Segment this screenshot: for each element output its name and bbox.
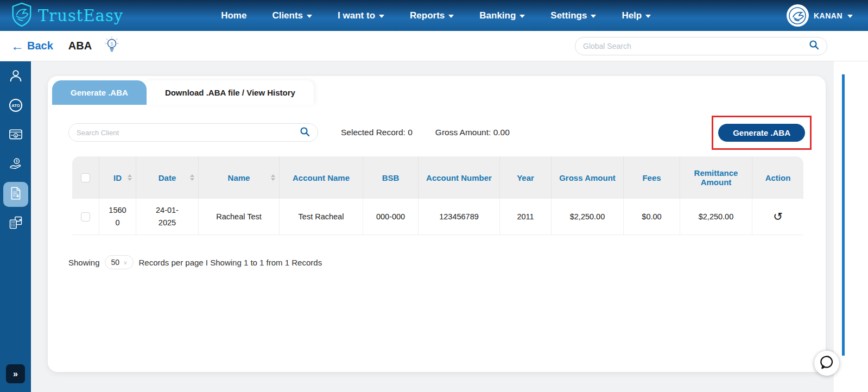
nav-banking[interactable]: Banking — [479, 10, 525, 21]
nav-reports[interactable]: Reports — [410, 10, 454, 21]
header-name[interactable]: Name — [199, 156, 280, 199]
user-icon — [8, 68, 23, 86]
nav-clients[interactable]: Clients — [272, 10, 312, 21]
cell-remittance-amount: $2,250.00 — [680, 199, 752, 235]
user-menu[interactable]: KANAN — [787, 4, 853, 27]
gross-amount-total: Gross Amount: 0.00 — [435, 128, 510, 137]
cell-gross-amount: $2,250.00 — [552, 199, 624, 235]
svg-text:$: $ — [15, 159, 17, 163]
tip-bulb-icon[interactable]: $ — [104, 36, 120, 56]
chevron-down-icon — [847, 15, 853, 18]
selected-record-count: Selected Record: 0 — [341, 128, 413, 137]
cell-year: 2011 — [500, 199, 552, 235]
money-transfer-icon: $ — [8, 127, 23, 144]
svg-text:$: $ — [111, 41, 113, 46]
back-arrow-icon: ← — [11, 40, 24, 53]
cell-account-number: 123456789 — [419, 199, 500, 235]
back-button[interactable]: ← Back — [11, 40, 53, 53]
svg-text:ATO: ATO — [11, 103, 20, 108]
sidebar-item-transactions[interactable]: $ — [3, 123, 28, 148]
avatar — [787, 4, 809, 27]
header-account-number: Account Number — [419, 156, 500, 199]
sort-icon[interactable] — [190, 174, 194, 181]
undo-icon[interactable]: ↺ — [773, 210, 783, 223]
sort-icon[interactable] — [271, 174, 275, 181]
chevron-down-icon — [645, 15, 651, 18]
cell-account-name: Test Racheal — [280, 199, 363, 235]
nav-home[interactable]: Home — [221, 10, 246, 21]
nav-i-want-to[interactable]: I want to — [338, 10, 384, 21]
records-summary: Records per page I Showing 1 to 1 from 1… — [138, 258, 322, 267]
client-search-input[interactable] — [77, 129, 300, 137]
search-icon[interactable] — [809, 40, 819, 52]
header-year: Year — [500, 156, 552, 199]
chevron-down-icon — [307, 15, 312, 18]
sort-icon[interactable] — [128, 174, 132, 181]
back-label: Back — [27, 40, 53, 52]
cell-date: 24-01-2025 — [136, 199, 199, 235]
nav-help[interactable]: Help — [622, 10, 651, 21]
calculator-report-icon — [8, 215, 23, 232]
row-select-cell — [72, 199, 99, 235]
sidebar-item-reports[interactable] — [3, 211, 28, 236]
global-search — [575, 37, 827, 55]
hand-money-icon: $ — [8, 156, 23, 174]
cell-action: ↺ — [752, 199, 803, 235]
chevron-down-icon — [591, 15, 596, 18]
page-right-gutter — [834, 61, 868, 392]
chevron-down-icon: ∨ — [123, 260, 127, 265]
user-name: KANAN — [814, 11, 842, 20]
cell-id: 15600 — [99, 199, 136, 235]
highlight-annotation-box: Generate .ABA — [712, 116, 812, 150]
sidebar-item-clients[interactable] — [3, 65, 28, 90]
sidebar-expand-button[interactable]: » — [6, 364, 25, 383]
vertical-scrollbar[interactable] — [842, 74, 845, 356]
brand-name: TrustEasy — [38, 7, 123, 25]
sidebar-item-ato[interactable]: ATO — [3, 94, 28, 119]
table-header-row: ID Date Name Account Name BSB — [72, 156, 803, 199]
cell-bsb: 000-000 — [363, 199, 419, 235]
aba-table: ID Date Name Account Name BSB — [72, 156, 803, 235]
select-all-checkbox[interactable] — [81, 173, 90, 182]
sidebar: ATO $ $ — [0, 61, 31, 392]
chat-bubble-icon — [819, 354, 835, 372]
double-chevron-right-icon: » — [13, 369, 18, 379]
row-checkbox[interactable] — [81, 212, 90, 222]
nav-settings[interactable]: Settings — [550, 10, 596, 21]
table-row: 15600 24-01-2025 Racheal Test Test Rache… — [72, 199, 803, 235]
sidebar-item-aba-documents[interactable] — [3, 182, 28, 207]
sidebar-item-fees[interactable]: $ — [3, 153, 28, 178]
global-search-input[interactable] — [583, 42, 809, 50]
header-id[interactable]: ID — [99, 156, 136, 199]
tab-download-aba-history[interactable]: Download .ABA file / View History — [147, 80, 314, 105]
header-account-name: Account Name — [280, 156, 363, 199]
search-icon[interactable] — [300, 127, 310, 139]
header-bsb: BSB — [363, 156, 419, 199]
generate-aba-button[interactable]: Generate .ABA — [718, 124, 805, 142]
header-fees: Fees — [624, 156, 680, 199]
page-title: ABA — [68, 40, 92, 52]
brand-logo[interactable]: TrustEasy — [10, 2, 123, 29]
header-remittance-amount: Remittance Amount — [680, 156, 752, 199]
aba-card: Generate .ABA Download .ABA file / View … — [48, 76, 826, 372]
chevron-down-icon — [379, 15, 384, 18]
tab-bar: Generate .ABA Download .ABA file / View … — [52, 80, 314, 105]
chat-widget-button[interactable] — [814, 351, 839, 376]
chevron-down-icon — [519, 15, 525, 18]
header-select-all — [72, 156, 99, 199]
main-content-area: Generate .ABA Download .ABA file / View … — [31, 61, 834, 392]
cell-fees: $0.00 — [624, 199, 680, 235]
pagination: Showing 50 ∨ Records per page I Showing … — [68, 255, 322, 269]
main-menu: Home Clients I want to Reports Banking S… — [221, 10, 651, 21]
top-navbar: TrustEasy Home Clients I want to Reports… — [0, 0, 868, 31]
document-download-icon — [8, 186, 23, 203]
header-date[interactable]: Date — [136, 156, 199, 199]
tab-generate-aba[interactable]: Generate .ABA — [52, 80, 147, 105]
header-gross-amount: Gross Amount — [552, 156, 624, 199]
showing-label: Showing — [68, 258, 100, 267]
shield-bird-logo-icon — [10, 2, 34, 29]
page-header-bar: ← Back ABA $ — [0, 31, 868, 61]
toolbar: Selected Record: 0 Gross Amount: 0.00 Ge… — [68, 117, 812, 148]
per-page-select[interactable]: 50 ∨ — [105, 255, 134, 269]
chevron-down-icon — [448, 15, 454, 18]
